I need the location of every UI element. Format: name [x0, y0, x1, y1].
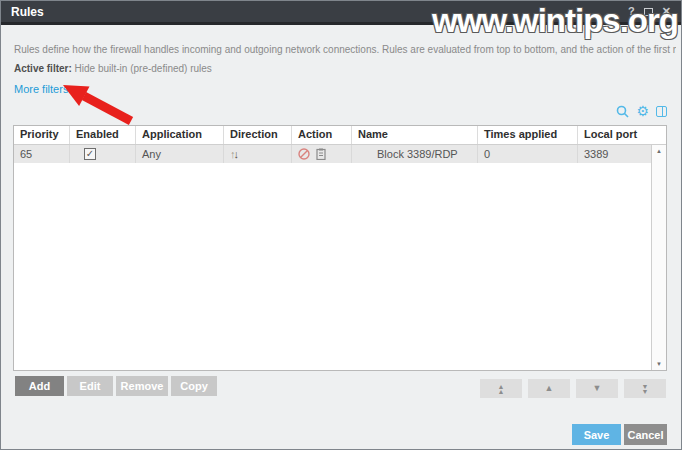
- edit-button[interactable]: Edit: [67, 376, 113, 396]
- cell-action: [292, 145, 352, 163]
- active-filter-label: Active filter:: [14, 63, 72, 74]
- reorder-buttons: ▲ ▲ ▲ ▼ ▼ ▼: [480, 379, 666, 398]
- add-button[interactable]: Add: [15, 376, 64, 396]
- dialog-footer: Save Cancel: [572, 424, 667, 445]
- search-icon[interactable]: [616, 105, 629, 118]
- column-header-application[interactable]: Application: [136, 126, 224, 144]
- vertical-scrollbar[interactable]: ▲ ▼: [651, 145, 666, 370]
- table-body: 65 ✓ Any ↑↓: [14, 145, 651, 370]
- cell-priority: 65: [14, 145, 70, 163]
- block-action-icon: [298, 148, 310, 160]
- move-bottom-button[interactable]: ▼ ▼: [624, 379, 666, 398]
- column-header-times-applied[interactable]: Times applied: [478, 126, 578, 144]
- enabled-checkbox[interactable]: ✓: [84, 148, 96, 160]
- rule-action-buttons: Add Edit Remove Copy: [15, 376, 217, 396]
- move-up-icon: ▲: [545, 386, 554, 391]
- direction-both-icon-down: ↓: [234, 148, 240, 160]
- annotation-arrow-icon: [57, 79, 141, 125]
- column-header-direction[interactable]: Direction: [224, 126, 292, 144]
- rules-table: Priority Enabled Application Direction A…: [13, 125, 667, 371]
- scroll-up-icon[interactable]: ▲: [656, 148, 662, 154]
- remove-button[interactable]: Remove: [116, 376, 168, 396]
- cancel-button[interactable]: Cancel: [624, 424, 667, 445]
- cell-application: Any: [136, 145, 224, 163]
- table-row[interactable]: 65 ✓ Any ↑↓: [14, 145, 651, 163]
- cell-local-port: 3389: [578, 145, 651, 163]
- move-bottom-icon-2: ▼: [642, 389, 649, 394]
- move-down-icon: ▼: [593, 386, 602, 391]
- cell-times-applied: 0: [478, 145, 578, 163]
- window-title: Rules: [11, 5, 44, 19]
- cell-name: Block 3389/RDP: [352, 145, 478, 163]
- move-top-button[interactable]: ▲ ▲: [480, 379, 522, 398]
- column-header-local-port[interactable]: Local port: [578, 126, 666, 144]
- move-down-button[interactable]: ▼: [576, 379, 618, 398]
- move-top-icon-2: ▲: [498, 389, 505, 394]
- column-header-enabled[interactable]: Enabled: [70, 126, 136, 144]
- column-chooser-icon[interactable]: [656, 106, 667, 117]
- column-header-name[interactable]: Name: [352, 126, 478, 144]
- gear-icon[interactable]: ⚙: [636, 105, 649, 118]
- column-header-priority[interactable]: Priority: [14, 126, 70, 144]
- scroll-down-icon[interactable]: ▼: [656, 361, 662, 367]
- log-action-icon: [316, 148, 326, 160]
- table-header: Priority Enabled Application Direction A…: [14, 126, 666, 145]
- cell-enabled: ✓: [70, 145, 136, 163]
- rules-description: Rules define how the firewall handles in…: [14, 44, 676, 55]
- column-header-action[interactable]: Action: [292, 126, 352, 144]
- copy-button[interactable]: Copy: [171, 376, 217, 396]
- save-button[interactable]: Save: [572, 424, 621, 445]
- table-toolbar: ⚙: [616, 105, 667, 118]
- active-filter-value: Hide built-in (pre-defined) rules: [75, 63, 212, 74]
- rules-dialog: Rules ? ✕ www.wintips.org Rules define h…: [0, 0, 682, 450]
- move-up-button[interactable]: ▲: [528, 379, 570, 398]
- active-filter-line: Active filter: Hide built-in (pre-define…: [14, 63, 212, 74]
- cell-direction: ↑↓: [224, 145, 292, 163]
- watermark-text: www.wintips.org: [432, 2, 678, 40]
